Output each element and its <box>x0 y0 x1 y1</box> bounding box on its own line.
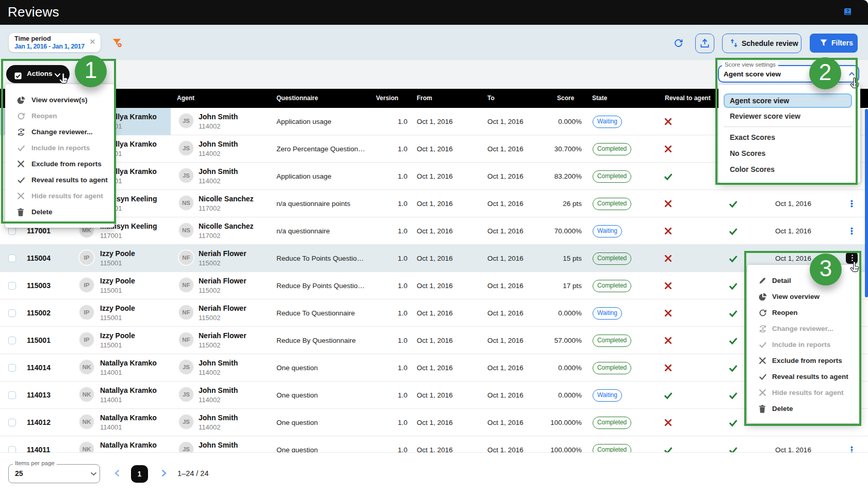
svg-text:?: ? <box>846 8 849 13</box>
